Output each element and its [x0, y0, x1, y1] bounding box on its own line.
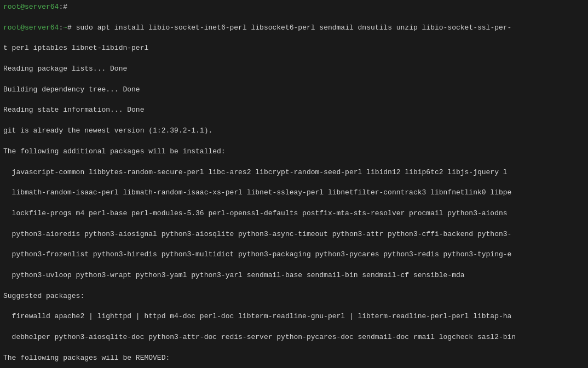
terminal-output-line: Building dependency tree... Done	[3, 85, 140, 94]
terminal-window[interactable]: root@server64:# root@server64:~# sudo ap…	[0, 0, 588, 368]
terminal-output-line: python3-frozenlist python3-hiredis pytho…	[3, 250, 511, 258]
terminal-output-line: python3-uvloop python3-wrapt python3-yam…	[3, 271, 465, 279]
prompt-hash: #	[67, 24, 72, 32]
terminal-output-line: firewalld apache2 | lighttpd | httpd m4-…	[3, 312, 511, 320]
command-text: sudo apt install libio-socket-inet6-perl…	[72, 24, 512, 32]
terminal-output-line: python3-aioredis python3-aiosignal pytho…	[3, 230, 511, 238]
terminal-output-line: Reading package lists... Done	[3, 65, 127, 73]
terminal-output-line: Suggested packages:	[3, 292, 84, 300]
terminal-output-line: git is already the newest version (1:2.3…	[3, 127, 212, 135]
terminal-output-line: debhelper python3-aiosqlite-doc python3-…	[3, 333, 516, 341]
prompt-path: ~	[63, 24, 67, 32]
terminal-output-line: lockfile-progs m4 perl-base perl-modules…	[3, 209, 508, 217]
terminal-output-line: Reading state information... Done	[3, 106, 144, 114]
prompt-user: root@server64	[3, 3, 59, 11]
terminal-output-line: libmath-random-isaac-perl libmath-random…	[3, 188, 511, 197]
terminal-output-line: javascript-common libbytes-random-secure…	[3, 168, 508, 176]
terminal-output-line: The following additional packages will b…	[3, 147, 226, 156]
prompt-user: root@server64	[3, 24, 59, 32]
prompt-symbol: :#	[59, 3, 67, 11]
terminal-output-line: The following packages will be REMOVED:	[3, 354, 170, 362]
terminal-output-line: t perl iptables libnet-libidn-perl	[3, 44, 148, 52]
